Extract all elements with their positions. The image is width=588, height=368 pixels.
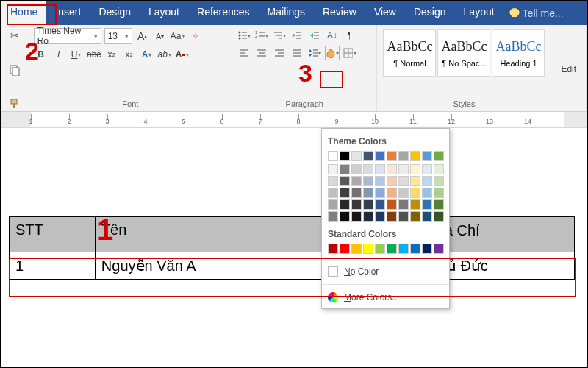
color-swatch[interactable] [422,151,432,161]
color-swatch[interactable] [375,244,385,254]
change-case-icon[interactable]: Aa▾ [171,29,185,43]
style-normal[interactable]: AaBbCc ¶ Normal [383,29,436,77]
highlight-icon[interactable]: ab▾ [157,47,172,62]
color-swatch[interactable] [410,176,420,186]
color-swatch[interactable] [375,188,385,198]
color-swatch[interactable] [351,176,362,186]
shading-button[interactable]: ▾ [325,46,340,60]
color-swatch[interactable] [328,188,338,198]
color-swatch[interactable] [422,211,432,222]
color-swatch[interactable] [387,176,397,186]
italic-button[interactable]: I [51,47,66,62]
color-swatch[interactable] [375,199,385,210]
ruler[interactable]: 1234567891011121314 [1,112,587,128]
color-swatch[interactable] [363,164,373,174]
color-swatch[interactable] [422,176,432,186]
color-swatch[interactable] [351,151,362,161]
table-header[interactable]: Tên [95,217,323,252]
color-swatch[interactable] [410,244,420,254]
no-color-option[interactable]: NNo Coloro Color [328,263,443,280]
color-swatch[interactable] [410,151,420,161]
color-swatch[interactable] [398,199,409,210]
color-swatch[interactable] [351,199,362,210]
document-table[interactable]: STT Tên Lớp Địa Chỉ 1 Nguyễn Văn A 11B1 … [9,216,575,280]
more-colors-option[interactable]: More Colors... [328,289,443,305]
font-name-combo[interactable]: Times New Ro▾ [34,28,101,44]
grow-font-icon[interactable]: A▴ [135,29,150,43]
color-swatch[interactable] [340,199,350,210]
color-swatch[interactable] [410,211,420,222]
color-swatch[interactable] [434,176,444,186]
tab-review[interactable]: Review [314,1,365,25]
color-swatch[interactable] [434,188,444,198]
font-size-combo[interactable]: 13▾ [104,28,132,44]
color-swatch[interactable] [434,164,444,174]
color-swatch[interactable] [375,151,385,161]
color-swatch[interactable] [422,188,432,198]
color-swatch[interactable] [398,211,409,222]
color-swatch[interactable] [375,176,385,186]
text-effects-icon[interactable]: A▾ [140,47,154,62]
color-swatch[interactable] [340,244,350,254]
color-swatch[interactable] [387,199,397,210]
align-right-icon[interactable] [272,46,287,60]
color-swatch[interactable] [340,176,350,186]
increase-indent-icon[interactable] [307,28,322,43]
underline-button[interactable]: U▾ [69,47,84,62]
color-swatch[interactable] [422,199,432,210]
cut-icon[interactable]: ✂ [7,29,23,41]
format-painter-icon[interactable] [7,98,23,110]
color-swatch[interactable] [434,199,444,210]
color-swatch[interactable] [387,244,397,254]
color-swatch[interactable] [422,164,432,174]
color-swatch[interactable] [398,151,409,161]
color-swatch[interactable] [351,164,362,174]
color-swatch[interactable] [340,188,350,198]
color-swatch[interactable] [410,199,420,210]
color-swatch[interactable] [375,164,385,174]
table-cell[interactable]: Nguyễn Văn A [95,252,323,280]
style-no-spacing[interactable]: AaBbCc ¶ No Spac... [437,29,490,77]
style-heading-1[interactable]: AaBbCc Heading 1 [492,29,545,77]
color-swatch[interactable] [363,244,373,254]
tab-table-design[interactable]: Design [405,1,455,25]
tab-view[interactable]: View [365,1,405,25]
tab-table-layout[interactable]: Layout [455,1,503,25]
color-swatch[interactable] [434,151,444,161]
color-swatch[interactable] [398,188,409,198]
tab-references[interactable]: References [188,1,259,25]
decrease-indent-icon[interactable] [290,28,304,43]
align-left-icon[interactable] [237,46,251,60]
color-swatch[interactable] [363,211,373,222]
font-color-icon[interactable]: A▾ [175,47,190,62]
copy-icon[interactable] [7,64,23,76]
borders-icon[interactable]: ▾ [343,46,357,60]
color-swatch[interactable] [387,164,397,174]
color-swatch[interactable] [363,151,373,161]
color-swatch[interactable] [340,151,350,161]
multilevel-list-icon[interactable]: ▾ [272,28,287,43]
color-swatch[interactable] [363,188,373,198]
subscript-button[interactable]: x2 [104,47,119,62]
color-swatch[interactable] [351,188,362,198]
align-center-icon[interactable] [254,46,269,60]
color-swatch[interactable] [328,244,338,254]
color-swatch[interactable] [410,164,420,174]
table-cell[interactable]: 1 [10,252,96,280]
editing-group[interactable]: Edit [551,25,587,111]
color-swatch[interactable] [398,164,409,174]
justify-icon[interactable] [290,46,304,60]
shrink-font-icon[interactable]: A▾ [153,29,168,43]
tab-layout[interactable]: Layout [140,1,188,25]
sort-icon[interactable]: A↓ [325,28,340,43]
strikethrough-button[interactable]: abc [87,47,101,62]
color-swatch[interactable] [340,211,350,222]
color-swatch[interactable] [398,244,409,254]
color-swatch[interactable] [363,176,373,186]
color-swatch[interactable] [351,211,362,222]
color-swatch[interactable] [363,199,373,210]
clear-formatting-icon[interactable]: ✧ [188,29,203,43]
color-swatch[interactable] [434,211,444,222]
tab-insert[interactable]: Insert [46,1,90,25]
color-swatch[interactable] [387,188,397,198]
